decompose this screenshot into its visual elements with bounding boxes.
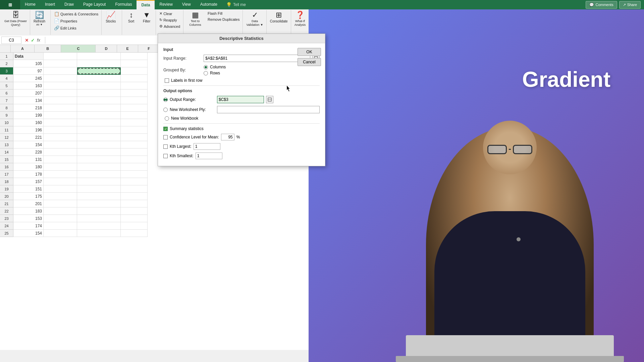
radio-rows[interactable]: Rows	[204, 71, 226, 75]
cell-b5[interactable]	[44, 82, 77, 89]
filter-button[interactable]: ▼ Filter	[139, 11, 154, 24]
edit-links-button[interactable]: 🔗 Edit Links	[52, 25, 78, 31]
cell-b1[interactable]	[44, 53, 77, 60]
advanced-button[interactable]: ⚙ Advanced	[158, 23, 182, 29]
cancel-formula-icon[interactable]: ✕	[25, 38, 29, 43]
cell-c17[interactable]	[77, 171, 121, 178]
consolidate-button[interactable]: ⊞ Consolidate	[268, 11, 289, 24]
comments-button[interactable]: 💬Comments	[586, 1, 617, 9]
cell-a7[interactable]: 134	[13, 97, 44, 104]
get-data-button[interactable]: 🗄 Get Data (PowerQuery)	[3, 11, 29, 27]
cell-c25[interactable]	[77, 230, 121, 237]
cell-d3[interactable]	[121, 67, 148, 75]
cell-d15[interactable]	[121, 156, 148, 163]
kth-largest-checkbox[interactable]	[163, 144, 168, 149]
radio-columns-btn[interactable]	[204, 65, 208, 69]
tab-page-layout[interactable]: Page Layout	[78, 0, 110, 9]
cell-d8[interactable]	[121, 104, 148, 112]
cell-b23[interactable]	[44, 215, 77, 222]
cell-d24[interactable]	[121, 222, 148, 230]
cell-a16[interactable]: 180	[13, 163, 44, 171]
cell-b20[interactable]	[44, 193, 77, 200]
flash-fill-button[interactable]: Flash Fill	[206, 11, 241, 16]
cell-d5[interactable]	[121, 82, 148, 89]
new-workbook-row[interactable]: New Workbook	[165, 116, 320, 121]
cell-b22[interactable]	[44, 207, 77, 215]
cell-d2[interactable]	[121, 60, 148, 67]
properties-button[interactable]: 📄 Properties	[52, 18, 79, 24]
refresh-button[interactable]: 🔄 Refresh All ▼	[32, 11, 47, 27]
cell-b11[interactable]	[44, 126, 77, 134]
input-range-field[interactable]	[204, 55, 310, 62]
cell-c11[interactable]	[77, 126, 121, 134]
labels-first-row-row[interactable]: Labels in first row	[165, 78, 320, 83]
cell-c16[interactable]	[77, 163, 121, 171]
cell-a18[interactable]: 157	[13, 178, 44, 185]
cell-a11[interactable]: 196	[13, 126, 44, 134]
name-box[interactable]: C3	[1, 37, 21, 44]
cell-a12[interactable]: 221	[13, 134, 44, 141]
remove-duplicates-button[interactable]: Remove Duplicates	[206, 17, 241, 22]
new-workbook-radio-btn[interactable]	[165, 116, 169, 121]
cell-a22[interactable]: 183	[13, 207, 44, 215]
cell-a19[interactable]: 151	[13, 185, 44, 193]
cell-b8[interactable]	[44, 104, 77, 112]
cell-c1[interactable]	[77, 53, 121, 60]
cell-b15[interactable]	[44, 156, 77, 163]
home-icon-area[interactable]: ⊞	[0, 0, 20, 9]
cell-c8[interactable]	[77, 104, 121, 112]
cell-a13[interactable]: 154	[13, 141, 44, 148]
cell-c19[interactable]	[77, 185, 121, 193]
cell-c6[interactable]	[77, 89, 121, 97]
cell-d6[interactable]	[121, 89, 148, 97]
cell-d19[interactable]	[121, 185, 148, 193]
cell-a6[interactable]: 207	[13, 89, 44, 97]
cell-d9[interactable]	[121, 112, 148, 119]
cell-b10[interactable]	[44, 119, 77, 126]
cell-c15[interactable]	[77, 156, 121, 163]
output-range-collapse-icon[interactable]	[266, 96, 273, 103]
cell-c2[interactable]	[77, 60, 121, 67]
cell-a4[interactable]: 245	[13, 75, 44, 82]
tab-automate[interactable]: Automate	[196, 0, 222, 9]
reapply-button[interactable]: ↻ Reapply	[158, 17, 178, 23]
cell-b19[interactable]	[44, 185, 77, 193]
summary-stats-row[interactable]: ✓ Summary statistics	[163, 126, 320, 131]
tab-view[interactable]: View	[177, 0, 196, 9]
cell-a23[interactable]: 153	[13, 215, 44, 222]
cell-d13[interactable]	[121, 141, 148, 148]
what-if-button[interactable]: ❓ What-IfAnalysis	[293, 11, 308, 27]
new-worksheet-field[interactable]	[217, 106, 320, 113]
cell-c24[interactable]	[77, 222, 121, 230]
cell-c5[interactable]	[77, 82, 121, 89]
ok-button[interactable]: OK	[298, 48, 321, 56]
cell-c22[interactable]	[77, 207, 121, 215]
radio-rows-btn[interactable]	[204, 71, 208, 75]
cell-a20[interactable]: 175	[13, 193, 44, 200]
cell-c14[interactable]	[77, 148, 121, 156]
cell-b21[interactable]	[44, 200, 77, 207]
cell-b7[interactable]	[44, 97, 77, 104]
cell-b9[interactable]	[44, 112, 77, 119]
cell-a3[interactable]: 97	[13, 67, 44, 75]
cell-d20[interactable]	[121, 193, 148, 200]
confidence-checkbox[interactable]	[163, 135, 168, 139]
text-to-columns-button[interactable]: ▦ Text toColumns	[185, 11, 205, 27]
cell-b12[interactable]	[44, 134, 77, 141]
cell-a14[interactable]: 228	[13, 148, 44, 156]
cell-c12[interactable]	[77, 134, 121, 141]
cell-c20[interactable]	[77, 193, 121, 200]
cell-c3[interactable]	[77, 67, 121, 75]
cell-a15[interactable]: 131	[13, 156, 44, 163]
radio-columns[interactable]: Columns	[204, 65, 226, 69]
tab-review[interactable]: Review	[155, 0, 177, 9]
clear-button[interactable]: ✕ Clear	[158, 11, 174, 16]
cell-b4[interactable]	[44, 75, 77, 82]
cell-d25[interactable]	[121, 230, 148, 237]
cell-b3[interactable]	[44, 67, 77, 75]
sort-button[interactable]: ↕ Sort	[124, 11, 139, 24]
cell-a9[interactable]: 199	[13, 112, 44, 119]
cell-d1[interactable]	[121, 53, 148, 60]
kth-largest-field[interactable]	[194, 143, 220, 150]
cell-d21[interactable]	[121, 200, 148, 207]
